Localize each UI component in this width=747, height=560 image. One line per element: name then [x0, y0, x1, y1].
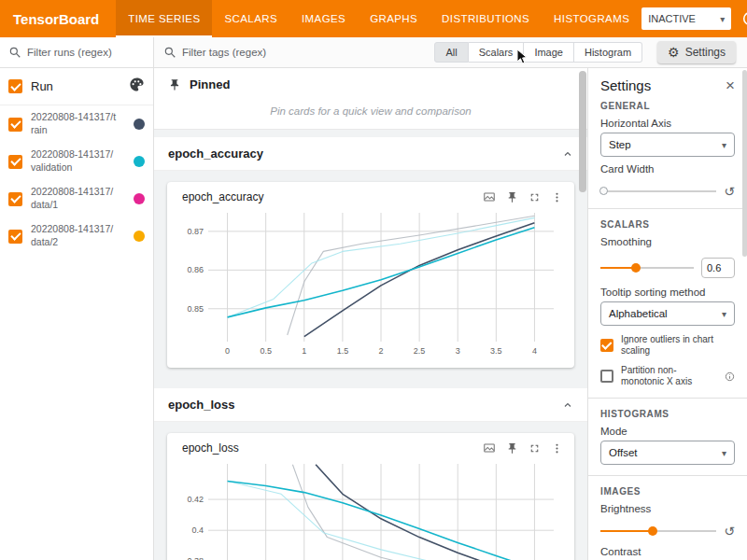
fit-domain-icon[interactable] — [483, 190, 496, 203]
tab-images[interactable]: IMAGES — [289, 0, 358, 37]
run-select-all-checkbox[interactable] — [8, 79, 22, 93]
tags-filter-input[interactable] — [182, 47, 322, 58]
ignore-outliers-checkbox[interactable] — [600, 339, 613, 352]
settings-panel-header: Settings × — [600, 77, 735, 93]
card-header: epoch_loss — [175, 440, 567, 456]
runs-filter-input[interactable] — [27, 47, 132, 58]
histogram-mode-value: Offset — [609, 447, 637, 458]
svg-text:2: 2 — [378, 346, 383, 356]
run-color-dot — [134, 156, 145, 167]
fullscreen-icon[interactable] — [529, 442, 541, 455]
filter-scalars-button[interactable]: Scalars — [469, 42, 525, 63]
tooltip-sorting-value: Alphabetical — [609, 308, 668, 319]
chevron-down-icon: ▾ — [722, 309, 726, 319]
svg-text:1: 1 — [302, 346, 306, 356]
tooltip-sorting-label: Tooltip sorting method — [600, 287, 735, 298]
smoothing-label: Smoothing — [600, 236, 735, 247]
fit-domain-icon[interactable] — [483, 441, 496, 455]
tab-histograms[interactable]: HISTOGRAMS — [542, 0, 641, 37]
tooltip-sorting-select[interactable]: Alphabetical ▾ — [600, 301, 735, 326]
search-icon — [8, 46, 21, 59]
smoothing-value-input[interactable] — [701, 258, 735, 278]
fullscreen-icon[interactable] — [529, 191, 541, 203]
reset-icon[interactable]: ↺ — [724, 525, 735, 538]
scalar-card-epoch-accuracy: epoch_accuracy 00.511.522.533.540.850.86… — [167, 182, 574, 368]
section-body: epoch_loss 00.511.522.533.540.360.380.40… — [154, 422, 587, 560]
status-value: INACTIVE — [648, 13, 696, 24]
svg-text:0.85: 0.85 — [187, 304, 204, 314]
divider — [588, 475, 747, 476]
pin-icon — [168, 78, 181, 91]
histogram-mode-select[interactable]: Offset ▾ — [600, 441, 735, 465]
filter-all-button[interactable]: All — [434, 42, 468, 63]
ignore-outliers-label: Ignore outliers in chart scaling — [621, 334, 735, 357]
section-epoch-accuracy: epoch_accuracy epoch_accuracy 00.511.5 — [154, 137, 587, 381]
run-checkbox[interactable] — [8, 155, 22, 169]
info-icon[interactable] — [725, 371, 735, 382]
section-header[interactable]: epoch_accuracy — [154, 137, 587, 171]
main-scrollbar[interactable] — [579, 71, 586, 192]
filter-histogram-button[interactable]: Histogram — [574, 42, 642, 63]
run-checkbox[interactable] — [8, 192, 22, 206]
run-checkbox[interactable] — [8, 118, 22, 132]
scalar-card-epoch-loss: epoch_loss 00.511.522.533.540.360.380.40… — [167, 433, 574, 560]
section-epoch-loss: epoch_loss epoch_loss 00.511.522.533.5 — [154, 388, 587, 560]
brightness-slider[interactable] — [600, 530, 716, 532]
pin-icon[interactable] — [506, 191, 518, 203]
run-checkbox[interactable] — [8, 230, 22, 244]
card-width-slider-row: ↺ — [600, 185, 735, 198]
chevron-up-icon[interactable] — [562, 399, 573, 411]
run-row-validation: 20220808-141317/validation — [0, 143, 153, 180]
settings-panel-title: Settings — [600, 77, 651, 93]
contrast-label: Contrast — [600, 546, 735, 557]
partition-x-axis-row: Partition non-monotonic X axis — [600, 365, 735, 387]
brightness-slider-row: ↺ — [600, 525, 735, 538]
section-title: epoch_loss — [168, 398, 235, 412]
filter-image-button[interactable]: Image — [524, 42, 574, 63]
pinned-section: Pinned Pin cards for a quick view and co… — [154, 68, 587, 130]
more-options-icon[interactable] — [551, 191, 563, 203]
theme-toggle-icon[interactable] — [741, 10, 747, 27]
run-select-all-row: Run — [0, 68, 153, 105]
data-status-dropdown[interactable]: INACTIVE ▾ — [641, 7, 731, 30]
card-actions — [483, 441, 563, 455]
histogram-mode-label: Mode — [600, 426, 735, 437]
chevron-down-icon: ▾ — [720, 14, 725, 24]
section-header[interactable]: epoch_loss — [154, 388, 587, 422]
tag-type-filter-group: All Scalars Image Histogram — [434, 42, 642, 63]
run-label: 20220808-141317/data/1 — [31, 186, 117, 211]
pin-icon[interactable] — [506, 442, 518, 455]
horizontal-axis-select[interactable]: Step ▾ — [600, 133, 735, 157]
search-icon — [163, 46, 176, 59]
svg-text:0.86: 0.86 — [187, 265, 204, 274]
palette-icon[interactable] — [129, 77, 145, 96]
more-options-icon[interactable] — [551, 442, 563, 455]
histograms-heading: HISTOGRAMS — [600, 409, 735, 419]
settings-button[interactable]: ⚙ Settings — [657, 41, 736, 63]
top-bar: TensorBoard TIME SERIES SCALARS IMAGES G… — [0, 0, 747, 37]
partition-x-axis-checkbox[interactable] — [600, 370, 613, 383]
tab-scalars[interactable]: SCALARS — [212, 0, 289, 37]
topbar-actions: INACTIVE ▾ ↻ ⚙ ? — [641, 7, 747, 30]
chevron-up-icon[interactable] — [562, 148, 573, 160]
run-row-data2: 20220808-141317/data/2 — [0, 217, 153, 255]
svg-text:0.42: 0.42 — [187, 495, 204, 504]
close-icon[interactable]: × — [726, 77, 735, 93]
partition-x-axis-label: Partition non-monotonic X axis — [621, 365, 717, 387]
run-label: 20220808-141317/train — [31, 111, 117, 136]
tab-time-series[interactable]: TIME SERIES — [116, 0, 212, 37]
svg-text:0.38: 0.38 — [187, 556, 204, 560]
scalars-heading: SCALARS — [600, 219, 735, 230]
card-width-slider[interactable] — [600, 190, 716, 192]
reset-icon[interactable]: ↺ — [724, 185, 735, 198]
smoothing-slider[interactable] — [600, 267, 694, 269]
settings-scrollbar[interactable] — [742, 70, 747, 257]
chevron-down-icon: ▾ — [722, 140, 726, 150]
main-nav: TIME SERIES SCALARS IMAGES GRAPHS DISTRI… — [116, 0, 641, 37]
settings-button-label: Settings — [685, 46, 726, 59]
svg-text:1.5: 1.5 — [337, 346, 349, 356]
tab-graphs[interactable]: GRAPHS — [358, 0, 430, 37]
smoothing-slider-row — [600, 258, 735, 278]
run-select-all-label: Run — [31, 79, 53, 93]
tab-distributions[interactable]: DISTRIBUTIONS — [430, 0, 542, 37]
